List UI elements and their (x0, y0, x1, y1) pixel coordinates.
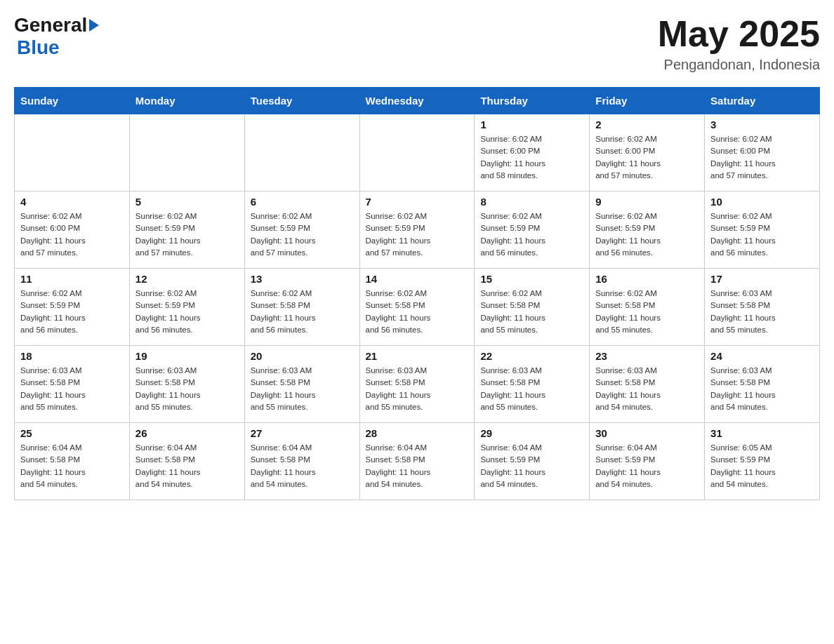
day-number: 11 (20, 273, 124, 285)
day-info: Sunrise: 6:02 AMSunset: 5:58 PMDaylight:… (480, 288, 583, 336)
calendar-cell (15, 114, 130, 192)
day-number: 5 (135, 196, 239, 208)
calendar-cell: 13Sunrise: 6:02 AMSunset: 5:58 PMDayligh… (244, 269, 359, 346)
day-info: Sunrise: 6:03 AMSunset: 5:58 PMDaylight:… (366, 365, 469, 413)
day-number: 7 (366, 196, 469, 208)
day-info: Sunrise: 6:03 AMSunset: 5:58 PMDaylight:… (480, 365, 583, 413)
calendar-cell: 21Sunrise: 6:03 AMSunset: 5:58 PMDayligh… (359, 346, 475, 423)
week-row-2: 4Sunrise: 6:02 AMSunset: 6:00 PMDaylight… (15, 192, 820, 269)
calendar-cell: 5Sunrise: 6:02 AMSunset: 5:59 PMDaylight… (129, 192, 244, 269)
day-number: 12 (135, 273, 239, 285)
calendar-cell: 11Sunrise: 6:02 AMSunset: 5:59 PMDayligh… (15, 269, 130, 346)
day-number: 10 (710, 196, 814, 208)
day-number: 13 (251, 273, 354, 285)
calendar-header-row: SundayMondayTuesdayWednesdayThursdayFrid… (15, 88, 820, 114)
calendar-cell: 31Sunrise: 6:05 AMSunset: 5:59 PMDayligh… (705, 423, 820, 500)
day-number: 21 (366, 350, 469, 362)
month-year-title: May 2025 (658, 14, 820, 54)
day-number: 23 (595, 350, 699, 362)
day-info: Sunrise: 6:02 AMSunset: 5:58 PMDaylight:… (366, 288, 469, 336)
day-info: Sunrise: 6:04 AMSunset: 5:59 PMDaylight:… (480, 442, 583, 490)
calendar-cell: 6Sunrise: 6:02 AMSunset: 5:59 PMDaylight… (244, 192, 359, 269)
logo: General Blue (14, 14, 99, 59)
day-number: 9 (595, 196, 699, 208)
calendar-cell: 1Sunrise: 6:02 AMSunset: 6:00 PMDaylight… (475, 114, 590, 192)
day-number: 19 (135, 350, 239, 362)
day-number: 8 (480, 196, 583, 208)
week-row-3: 11Sunrise: 6:02 AMSunset: 5:59 PMDayligh… (15, 269, 820, 346)
header-monday: Monday (129, 88, 244, 114)
day-info: Sunrise: 6:03 AMSunset: 5:58 PMDaylight:… (251, 365, 354, 413)
calendar-cell: 12Sunrise: 6:02 AMSunset: 5:59 PMDayligh… (129, 269, 244, 346)
calendar-cell (244, 114, 359, 192)
calendar-cell: 26Sunrise: 6:04 AMSunset: 5:58 PMDayligh… (129, 423, 244, 500)
page-header: General Blue May 2025 Pengandonan, Indon… (14, 14, 820, 73)
day-number: 22 (480, 350, 583, 362)
logo-general-text: General (14, 14, 87, 36)
day-number: 3 (710, 119, 814, 130)
day-info: Sunrise: 6:03 AMSunset: 5:58 PMDaylight:… (710, 365, 814, 413)
header-friday: Friday (590, 88, 705, 114)
calendar-cell (129, 114, 244, 192)
day-number: 27 (251, 427, 354, 439)
header-sunday: Sunday (15, 88, 130, 114)
day-number: 17 (710, 273, 814, 285)
day-info: Sunrise: 6:02 AMSunset: 6:00 PMDaylight:… (20, 210, 124, 259)
calendar-cell: 20Sunrise: 6:03 AMSunset: 5:58 PMDayligh… (244, 346, 359, 423)
calendar-cell: 25Sunrise: 6:04 AMSunset: 5:58 PMDayligh… (15, 423, 130, 500)
calendar-cell: 16Sunrise: 6:02 AMSunset: 5:58 PMDayligh… (590, 269, 705, 346)
header-wednesday: Wednesday (359, 88, 475, 114)
calendar-cell: 23Sunrise: 6:03 AMSunset: 5:58 PMDayligh… (590, 346, 705, 423)
calendar-cell: 18Sunrise: 6:03 AMSunset: 5:58 PMDayligh… (15, 346, 130, 423)
calendar-cell: 27Sunrise: 6:04 AMSunset: 5:58 PMDayligh… (244, 423, 359, 500)
calendar-cell: 29Sunrise: 6:04 AMSunset: 5:59 PMDayligh… (475, 423, 590, 500)
calendar-cell: 24Sunrise: 6:03 AMSunset: 5:58 PMDayligh… (705, 346, 820, 423)
day-info: Sunrise: 6:05 AMSunset: 5:59 PMDaylight:… (710, 442, 814, 490)
day-info: Sunrise: 6:02 AMSunset: 6:00 PMDaylight:… (480, 133, 583, 182)
calendar-cell: 4Sunrise: 6:02 AMSunset: 6:00 PMDaylight… (15, 192, 130, 269)
calendar-cell: 17Sunrise: 6:03 AMSunset: 5:58 PMDayligh… (705, 269, 820, 346)
logo-blue-text: Blue (14, 36, 99, 59)
calendar-cell: 7Sunrise: 6:02 AMSunset: 5:59 PMDaylight… (359, 192, 475, 269)
day-number: 18 (20, 350, 124, 362)
day-info: Sunrise: 6:03 AMSunset: 5:58 PMDaylight:… (710, 288, 814, 336)
header-tuesday: Tuesday (244, 88, 359, 114)
calendar-cell: 30Sunrise: 6:04 AMSunset: 5:59 PMDayligh… (590, 423, 705, 500)
calendar-cell: 8Sunrise: 6:02 AMSunset: 5:59 PMDaylight… (475, 192, 590, 269)
day-number: 31 (710, 427, 814, 439)
day-info: Sunrise: 6:03 AMSunset: 5:58 PMDaylight:… (20, 365, 124, 413)
day-number: 26 (135, 427, 239, 439)
day-info: Sunrise: 6:04 AMSunset: 5:59 PMDaylight:… (595, 442, 699, 490)
day-number: 1 (480, 119, 583, 130)
logo-chevron-icon (89, 19, 99, 32)
day-number: 25 (20, 427, 124, 439)
calendar-cell: 15Sunrise: 6:02 AMSunset: 5:58 PMDayligh… (475, 269, 590, 346)
day-info: Sunrise: 6:02 AMSunset: 5:59 PMDaylight:… (710, 210, 814, 259)
calendar-cell: 28Sunrise: 6:04 AMSunset: 5:58 PMDayligh… (359, 423, 475, 500)
calendar-cell: 3Sunrise: 6:02 AMSunset: 6:00 PMDaylight… (705, 114, 820, 192)
week-row-4: 18Sunrise: 6:03 AMSunset: 5:58 PMDayligh… (15, 346, 820, 423)
day-number: 16 (595, 273, 699, 285)
day-number: 20 (251, 350, 354, 362)
day-info: Sunrise: 6:02 AMSunset: 5:59 PMDaylight:… (20, 288, 124, 336)
day-number: 14 (366, 273, 469, 285)
day-info: Sunrise: 6:02 AMSunset: 5:59 PMDaylight:… (135, 210, 239, 259)
calendar-cell: 22Sunrise: 6:03 AMSunset: 5:58 PMDayligh… (475, 346, 590, 423)
day-info: Sunrise: 6:02 AMSunset: 5:59 PMDaylight:… (595, 210, 699, 259)
calendar-cell: 9Sunrise: 6:02 AMSunset: 5:59 PMDaylight… (590, 192, 705, 269)
title-block: May 2025 Pengandonan, Indonesia (658, 14, 820, 73)
day-info: Sunrise: 6:04 AMSunset: 5:58 PMDaylight:… (20, 442, 124, 490)
day-info: Sunrise: 6:02 AMSunset: 5:59 PMDaylight:… (251, 210, 354, 259)
day-number: 4 (20, 196, 124, 208)
day-number: 15 (480, 273, 583, 285)
day-number: 28 (366, 427, 469, 439)
day-info: Sunrise: 6:03 AMSunset: 5:58 PMDaylight:… (595, 365, 699, 413)
day-info: Sunrise: 6:04 AMSunset: 5:58 PMDaylight:… (366, 442, 469, 490)
header-thursday: Thursday (475, 88, 590, 114)
day-info: Sunrise: 6:02 AMSunset: 5:59 PMDaylight:… (366, 210, 469, 259)
week-row-5: 25Sunrise: 6:04 AMSunset: 5:58 PMDayligh… (15, 423, 820, 500)
day-info: Sunrise: 6:02 AMSunset: 5:58 PMDaylight:… (251, 288, 354, 336)
day-info: Sunrise: 6:02 AMSunset: 6:00 PMDaylight:… (595, 133, 699, 182)
day-info: Sunrise: 6:02 AMSunset: 5:59 PMDaylight:… (480, 210, 583, 259)
day-info: Sunrise: 6:04 AMSunset: 5:58 PMDaylight:… (251, 442, 354, 490)
